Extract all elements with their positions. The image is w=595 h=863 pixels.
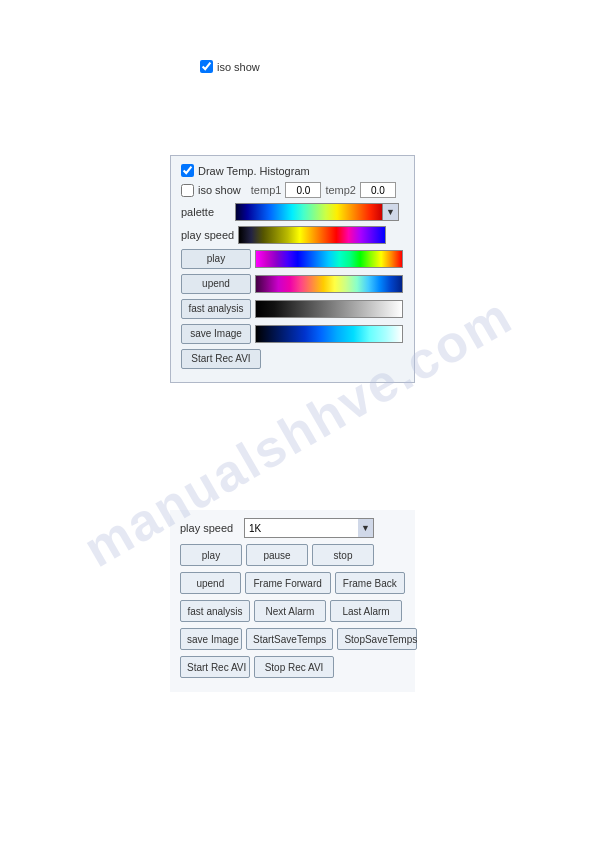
temp1-input[interactable]	[285, 182, 321, 198]
colorbar-5	[255, 300, 403, 318]
start-rec-avi-btn-row: Start Rec AVI	[181, 349, 404, 369]
play-speed-colorbar	[238, 226, 386, 244]
play-btn-row: play	[181, 249, 404, 269]
play-speed-row: play speed	[181, 226, 404, 244]
colorbar-3	[255, 250, 403, 268]
lower-upend-button[interactable]: upend	[180, 572, 241, 594]
top-iso-section: iso show	[200, 60, 260, 73]
draw-histogram-row: Draw Temp. Histogram	[181, 164, 404, 177]
palette-dropdown-arrow[interactable]: ▼	[383, 203, 399, 221]
lower-start-rec-avi-button[interactable]: Start Rec AVI	[180, 656, 250, 678]
iso-show-label: iso show	[198, 184, 241, 196]
top-iso-show-row: iso show	[200, 60, 260, 73]
rec-avi-row: Start Rec AVI Stop Rec AVI	[180, 656, 405, 678]
save-image-button[interactable]: save Image	[181, 324, 251, 344]
upend-button[interactable]: upend	[181, 274, 251, 294]
colorbar-6	[255, 325, 403, 343]
lower-stop-button[interactable]: stop	[312, 544, 374, 566]
stop-save-temps-button[interactable]: StopSaveTemps	[337, 628, 417, 650]
frame-forward-button[interactable]: Frame Forward	[245, 572, 331, 594]
fast-alarm-row: fast analysis Next Alarm Last Alarm	[180, 600, 405, 622]
palette-gradient[interactable]	[235, 203, 383, 221]
fast-analysis-button[interactable]: fast analysis	[181, 299, 251, 319]
play-pause-stop-row: play pause stop	[180, 544, 405, 566]
play-speed-label: play speed	[181, 229, 234, 241]
temp1-label: temp1	[251, 184, 282, 196]
draw-histogram-checkbox[interactable]	[181, 164, 194, 177]
start-save-temps-button[interactable]: StartSaveTemps	[246, 628, 333, 650]
palette-row: palette ▼	[181, 203, 404, 221]
upend-frame-row: upend Frame Forward Frame Back	[180, 572, 405, 594]
save-image-btn-row: save Image	[181, 324, 404, 344]
watermark: manualshhve.com	[0, 0, 595, 863]
temp2-label: temp2	[325, 184, 356, 196]
palette-label: palette	[181, 206, 231, 218]
iso-temp-row: iso show temp1 temp2	[181, 182, 404, 198]
draw-histogram-label: Draw Temp. Histogram	[198, 165, 310, 177]
speed-select-wrapper[interactable]: 1K 2K 5K 10K ▼	[244, 518, 374, 538]
lower-stop-rec-avi-button[interactable]: Stop Rec AVI	[254, 656, 334, 678]
last-alarm-button[interactable]: Last Alarm	[330, 600, 402, 622]
speed-select[interactable]: 1K 2K 5K 10K	[244, 518, 374, 538]
fast-analysis-btn-row: fast analysis	[181, 299, 404, 319]
play-button[interactable]: play	[181, 249, 251, 269]
upend-btn-row: upend	[181, 274, 404, 294]
top-iso-show-label: iso show	[217, 61, 260, 73]
next-alarm-button[interactable]: Next Alarm	[254, 600, 326, 622]
save-temps-row: save Image StartSaveTemps StopSaveTemps	[180, 628, 405, 650]
temp2-input[interactable]	[360, 182, 396, 198]
lower-play-button[interactable]: play	[180, 544, 242, 566]
lower-fast-analysis-button[interactable]: fast analysis	[180, 600, 250, 622]
palette-select-container[interactable]: ▼	[235, 203, 399, 221]
colorbar-4	[255, 275, 403, 293]
frame-back-button[interactable]: Frame Back	[335, 572, 405, 594]
upper-panel: Draw Temp. Histogram iso show temp1 temp…	[170, 155, 415, 383]
start-rec-avi-button[interactable]: Start Rec AVI	[181, 349, 261, 369]
lower-panel: play speed 1K 2K 5K 10K ▼ play pause sto…	[170, 510, 415, 692]
lower-play-speed-row: play speed 1K 2K 5K 10K ▼	[180, 518, 405, 538]
lower-save-image-button[interactable]: save Image	[180, 628, 242, 650]
iso-show-checkbox[interactable]	[181, 184, 194, 197]
lower-play-speed-label: play speed	[180, 522, 240, 534]
lower-pause-button[interactable]: pause	[246, 544, 308, 566]
top-iso-show-checkbox[interactable]	[200, 60, 213, 73]
